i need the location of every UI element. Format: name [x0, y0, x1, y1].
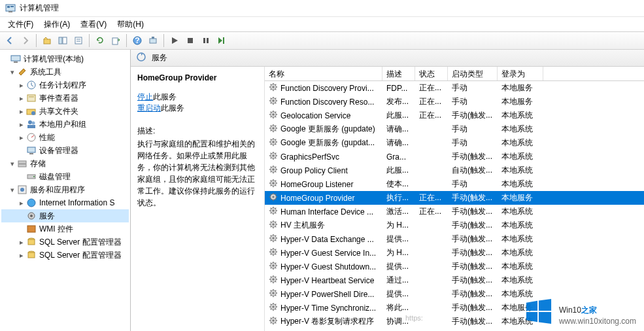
- show-hide-tree-button[interactable]: [56, 33, 70, 48]
- export-button[interactable]: [109, 33, 123, 48]
- back-button[interactable]: [3, 33, 17, 48]
- tree-device-manager[interactable]: 设备管理器: [1, 144, 129, 157]
- svg-point-27: [32, 122, 35, 125]
- refresh-icon[interactable]: [136, 52, 146, 64]
- tree-shared-folders[interactable]: ▸ 共享文件夹: [1, 105, 129, 118]
- service-row[interactable]: HomeGroup Listener使本...手动本地系统: [265, 177, 644, 191]
- service-row[interactable]: HomeGroup Provider执行...正在...手动(触发...本地服务: [265, 191, 644, 205]
- stop-service-link[interactable]: 停止: [137, 92, 153, 101]
- gear-icon: [269, 234, 278, 245]
- svg-line-224: [275, 322, 276, 323]
- svg-line-66: [275, 98, 276, 99]
- col-desc[interactable]: 描述: [382, 67, 415, 80]
- service-startup: 手动(触发...: [448, 234, 498, 245]
- service-row[interactable]: Google 更新服务 (gupdate)请确...手动本地系统: [265, 122, 644, 136]
- tree-local-users[interactable]: ▸ 本地用户和组: [1, 118, 129, 131]
- expand-icon[interactable]: ▸: [17, 120, 26, 129]
- col-logon[interactable]: 登录为: [498, 67, 543, 80]
- expand-icon[interactable]: ▸: [17, 251, 26, 260]
- expand-icon[interactable]: ▸: [17, 107, 26, 116]
- service-row[interactable]: Geolocation Service此服...正在...手动(触发...本地系…: [265, 109, 644, 122]
- service-desc: 激活...: [382, 206, 415, 217]
- service-row[interactable]: Hyper-V Guest Service In...为 H...手动(触发..…: [265, 246, 644, 260]
- col-startup[interactable]: 启动类型: [448, 67, 498, 80]
- connect-button[interactable]: [146, 33, 160, 48]
- svg-point-178: [272, 264, 274, 266]
- expand-icon[interactable]: ▾: [8, 68, 17, 77]
- svg-rect-33: [18, 164, 26, 167]
- tree-performance[interactable]: ▸ 性能: [1, 131, 129, 144]
- expand-icon[interactable]: ▸: [17, 238, 26, 247]
- tree-sql2[interactable]: ▸ SQL Server 配置管理器: [1, 249, 129, 262]
- expand-icon[interactable]: ▸: [17, 199, 26, 207]
- svg-rect-22: [27, 95, 35, 101]
- svg-rect-7: [75, 37, 82, 44]
- forward-button[interactable]: [18, 33, 33, 48]
- service-row[interactable]: HV 主机服务为 H...手动(触发...本地系统: [265, 218, 644, 232]
- menu-file[interactable]: 文件(F): [3, 18, 39, 31]
- menu-view[interactable]: 查看(V): [75, 18, 112, 31]
- svg-line-116: [275, 167, 276, 167]
- gear-icon: [269, 165, 278, 176]
- service-desc: 执行...: [382, 192, 415, 203]
- navigation-tree[interactable]: 计算机管理(本地) ▾ 系统工具 ▸ 任务计划程序 ▸ 事件查看器 ▸ 共享文件…: [0, 50, 131, 331]
- services-list[interactable]: 名称 描述 状态 启动类型 登录为 Function Discovery Pro…: [265, 67, 644, 331]
- service-row[interactable]: Hyper-V 卷影复制请求程序协调...手动(触发...本地系统: [265, 315, 644, 328]
- service-row[interactable]: Human Interface Device ...激活...正在...手动(触…: [265, 205, 644, 218]
- svg-line-174: [275, 254, 276, 254]
- service-detail-panel: HomeGroup Provider 停止此服务 重启动此服务 描述: 执行与家…: [131, 67, 265, 331]
- expand-icon[interactable]: ▸: [17, 133, 26, 142]
- service-row[interactable]: Hyper-V Guest Shutdown...提供...手动(触发...本地…: [265, 260, 644, 273]
- restart-service-link[interactable]: 重启动: [137, 103, 161, 113]
- svg-rect-10: [112, 38, 118, 44]
- menu-action[interactable]: 操作(A): [39, 18, 75, 31]
- tree-sql1[interactable]: ▸ SQL Server 配置管理器: [1, 235, 129, 249]
- svg-point-158: [272, 237, 274, 239]
- expand-icon[interactable]: ▾: [8, 160, 17, 168]
- up-button[interactable]: [40, 33, 54, 48]
- menu-help[interactable]: 帮助(H): [112, 18, 149, 31]
- svg-rect-17: [207, 38, 209, 43]
- tree-services[interactable]: 服务: [1, 209, 129, 222]
- service-row[interactable]: Hyper-V Time Synchroniz...将此...手动(触发...本…: [265, 301, 644, 315]
- service-row[interactable]: Google 更新服务 (gupdat...请确...手动本地系统: [265, 136, 644, 150]
- help-button[interactable]: ?: [130, 33, 144, 48]
- service-row[interactable]: Function Discovery Provi...FDP...正在...手动…: [265, 81, 644, 95]
- start-service-button[interactable]: [167, 33, 182, 48]
- pause-service-button[interactable]: [199, 33, 213, 48]
- service-row[interactable]: Hyper-V Heartbeat Service通过...手动(触发...本地…: [265, 273, 644, 287]
- col-status[interactable]: 状态: [415, 67, 448, 80]
- tree-iis[interactable]: ▸ Internet Information S: [1, 196, 129, 209]
- svg-line-206: [275, 290, 276, 291]
- service-row[interactable]: Group Policy Client此服...自动(触发...本地系统: [265, 164, 644, 177]
- services-apps-icon: [17, 184, 27, 195]
- svg-line-154: [275, 226, 276, 227]
- properties-button[interactable]: [71, 33, 86, 48]
- service-name: Hyper-V Guest Shutdown...: [280, 262, 376, 271]
- service-row[interactable]: Hyper-V Data Exchange ...提供...手动(触发...本地…: [265, 232, 644, 246]
- iis-icon: [26, 198, 37, 208]
- tree-disk-mgmt[interactable]: 磁盘管理: [1, 170, 129, 183]
- stop-service-button[interactable]: [183, 33, 197, 48]
- expand-icon[interactable]: ▸: [17, 94, 26, 103]
- svg-line-103: [271, 153, 271, 154]
- refresh-button[interactable]: [93, 33, 107, 48]
- expand-icon[interactable]: ▾: [8, 186, 17, 194]
- tree-storage[interactable]: ▾ 存储: [1, 157, 129, 170]
- tree-event-viewer[interactable]: ▸ 事件查看器: [1, 92, 129, 105]
- tree-wmi[interactable]: WMI 控件: [1, 222, 129, 235]
- service-row[interactable]: GraphicsPerfSvcGra...手动(触发...本地系统: [265, 150, 644, 164]
- tree-services-apps[interactable]: ▾ 服务和应用程序: [1, 183, 129, 196]
- gear-icon: [269, 302, 278, 313]
- service-row[interactable]: Hyper-V PowerShell Dire...提供...手动(触发...本…: [265, 287, 644, 301]
- tree-root[interactable]: 计算机管理(本地): [1, 52, 129, 65]
- restart-service-button[interactable]: [214, 33, 229, 48]
- expand-icon[interactable]: ▸: [17, 81, 26, 90]
- col-name[interactable]: 名称: [265, 67, 382, 80]
- service-name: Google 更新服务 (gupdat...: [280, 137, 375, 148]
- tree-system-tools[interactable]: ▾ 系统工具: [1, 65, 129, 78]
- service-startup: 手动(触发...: [448, 261, 498, 272]
- tree-task-scheduler[interactable]: ▸ 任务计划程序: [1, 78, 129, 92]
- menu-bar: 文件(F) 操作(A) 查看(V) 帮助(H): [0, 17, 644, 31]
- service-row[interactable]: Function Discovery Reso...发布...正在...手动本地…: [265, 95, 644, 109]
